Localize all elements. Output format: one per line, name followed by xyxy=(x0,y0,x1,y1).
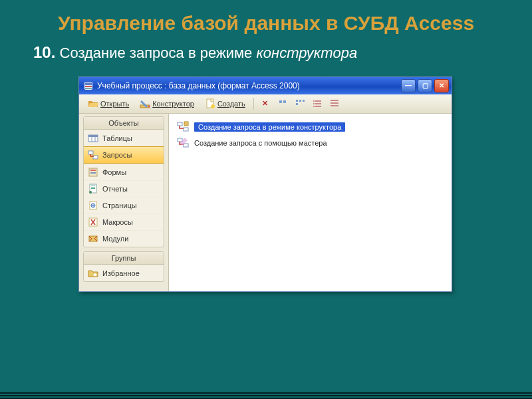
wizard-query-icon xyxy=(177,137,189,149)
sidebar-item-tables[interactable]: Таблицы xyxy=(84,130,164,146)
svg-rect-19 xyxy=(331,100,338,101)
sidebar-item-modules[interactable]: Модули xyxy=(84,230,164,247)
design-query-icon xyxy=(177,121,189,133)
svg-rect-29 xyxy=(90,170,96,171)
access-window: Учебный процесс : база данных (формат Ac… xyxy=(78,76,452,292)
svg-rect-44 xyxy=(184,122,188,126)
x-icon: ✕ xyxy=(262,99,268,108)
list-item-label: Создание запроса с помощью мастера xyxy=(194,139,327,147)
svg-rect-17 xyxy=(313,106,315,107)
reports-icon xyxy=(88,184,98,194)
view-large-icons-button[interactable] xyxy=(275,96,291,112)
folder-star-icon xyxy=(88,268,98,279)
svg-rect-21 xyxy=(331,105,338,106)
create-button[interactable]: Создать xyxy=(200,96,250,112)
sidebar-item-label: Таблицы xyxy=(102,134,132,142)
macros-icon xyxy=(88,217,98,227)
list-item-label: Создание запроса в режиме конструктора xyxy=(194,122,345,132)
svg-rect-33 xyxy=(91,187,95,188)
app-icon xyxy=(83,80,94,91)
list-icon xyxy=(312,98,323,109)
svg-rect-15 xyxy=(313,103,315,104)
svg-rect-46 xyxy=(184,144,188,147)
svg-rect-14 xyxy=(315,100,321,102)
bullet-number: 10. xyxy=(33,43,55,61)
svg-rect-23 xyxy=(88,135,98,137)
svg-rect-16 xyxy=(315,103,321,104)
svg-rect-32 xyxy=(91,186,95,186)
tables-icon xyxy=(88,133,98,144)
sidebar-item-label: Макросы xyxy=(102,218,133,226)
svg-rect-20 xyxy=(331,102,338,104)
sidebar-header-groups[interactable]: Группы xyxy=(84,252,164,265)
sidebar-item-label: Запросы xyxy=(102,151,132,159)
svg-rect-42 xyxy=(178,122,182,126)
sidebar-item-label: Избранное xyxy=(102,269,140,277)
minimize-button[interactable]: — xyxy=(401,79,416,92)
svg-rect-8 xyxy=(283,100,286,103)
modules-icon xyxy=(88,233,98,244)
svg-rect-12 xyxy=(296,103,298,105)
window-title: Учебный процесс : база данных (формат Ac… xyxy=(97,81,401,90)
view-small-icons-button[interactable] xyxy=(292,96,308,112)
svg-rect-43 xyxy=(184,128,188,131)
sidebar-item-macros[interactable]: Макросы xyxy=(84,213,164,230)
close-button[interactable]: ✕ xyxy=(434,79,449,92)
open-button[interactable]: Открыть xyxy=(83,96,134,112)
svg-rect-2 xyxy=(85,86,92,87)
sidebar-item-forms[interactable]: Формы xyxy=(84,164,164,180)
large-icons-icon xyxy=(277,98,288,109)
list-item[interactable]: Создание запроса в режиме конструктора xyxy=(174,119,446,135)
forms-icon xyxy=(88,167,98,178)
sidebar-header-objects[interactable]: Объекты xyxy=(84,117,164,130)
svg-rect-18 xyxy=(315,106,321,107)
sidebar-item-label: Отчеты xyxy=(102,185,128,193)
svg-rect-11 xyxy=(303,100,305,102)
maximize-button[interactable]: ▢ xyxy=(418,79,432,92)
sidebar-item-pages[interactable]: Страницы xyxy=(84,197,164,213)
create-label: Создать xyxy=(217,100,245,108)
delete-button[interactable]: ✕ xyxy=(257,96,273,112)
slide-subtitle: 10. Создание запроса в режиме конструкто… xyxy=(33,43,499,62)
details-icon xyxy=(329,98,340,109)
window-titlebar: Учебный процесс : база данных (формат Ac… xyxy=(79,77,452,94)
svg-rect-26 xyxy=(88,151,93,154)
ruler-pencil-icon xyxy=(140,98,150,109)
sidebar-item-reports[interactable]: Отчеты xyxy=(84,180,164,197)
view-list-button[interactable] xyxy=(309,96,325,112)
sidebar-item-label: Модули xyxy=(102,235,128,243)
toolbar: Открыть Конструктор Создать ✕ xyxy=(79,94,452,114)
queries-icon xyxy=(88,150,98,160)
open-icon xyxy=(88,98,98,109)
design-button[interactable]: Конструктор xyxy=(135,96,199,112)
small-icons-icon xyxy=(295,98,305,109)
toolbar-separator xyxy=(253,98,254,110)
svg-rect-13 xyxy=(313,100,315,102)
sidebar-item-label: Формы xyxy=(102,168,126,176)
slide-title: Управление базой данных в СУБД Access xyxy=(27,12,505,35)
svg-rect-3 xyxy=(85,88,92,89)
svg-rect-1 xyxy=(85,82,92,85)
sidebar-item-favorites[interactable]: Избранное xyxy=(84,265,164,281)
sidebar-item-queries[interactable]: Запросы xyxy=(84,146,164,164)
svg-point-35 xyxy=(89,191,92,194)
objects-sidebar: Объекты Таблицы Запросы Формы xyxy=(79,114,169,291)
subtitle-text: Создание запроса в режиме xyxy=(60,45,257,61)
svg-point-6 xyxy=(211,104,215,108)
subtitle-em: конструктора xyxy=(256,45,357,61)
svg-rect-30 xyxy=(90,172,96,174)
list-item[interactable]: Создание запроса с помощью мастера xyxy=(174,135,446,151)
pages-icon xyxy=(88,200,98,211)
svg-rect-7 xyxy=(279,100,282,103)
svg-rect-10 xyxy=(299,100,301,102)
content-pane: Создание запроса в режиме конструктора С… xyxy=(169,114,452,291)
svg-rect-9 xyxy=(296,100,298,102)
new-icon xyxy=(205,98,215,109)
view-details-button[interactable] xyxy=(327,96,342,112)
open-label: Открыть xyxy=(100,100,129,108)
svg-rect-34 xyxy=(91,188,95,189)
sidebar-item-label: Страницы xyxy=(102,201,137,209)
svg-rect-27 xyxy=(93,156,98,159)
design-label: Конструктор xyxy=(152,100,194,108)
